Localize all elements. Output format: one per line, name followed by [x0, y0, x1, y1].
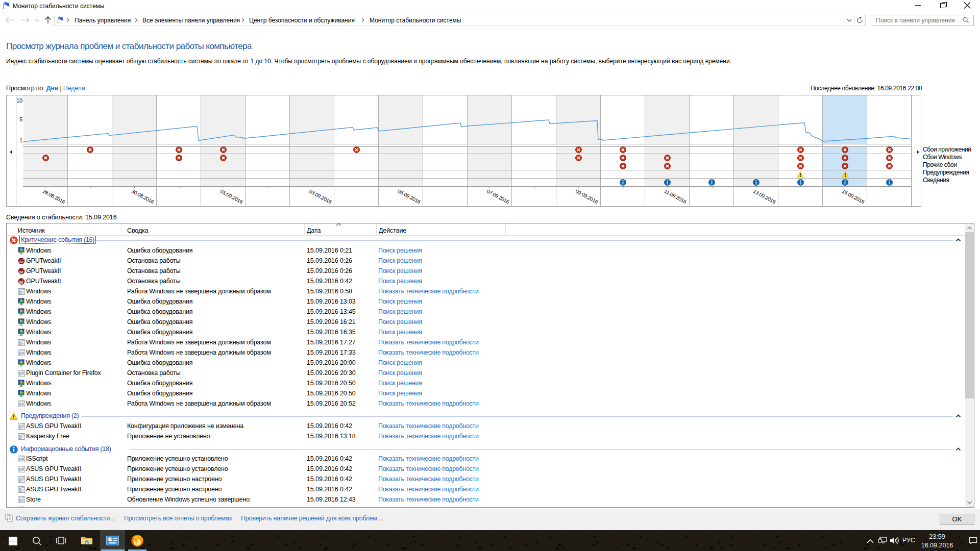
- svg-text:GII: GII: [19, 270, 23, 273]
- svg-text:GII: GII: [19, 260, 23, 263]
- svg-text:GII: GII: [19, 280, 23, 284]
